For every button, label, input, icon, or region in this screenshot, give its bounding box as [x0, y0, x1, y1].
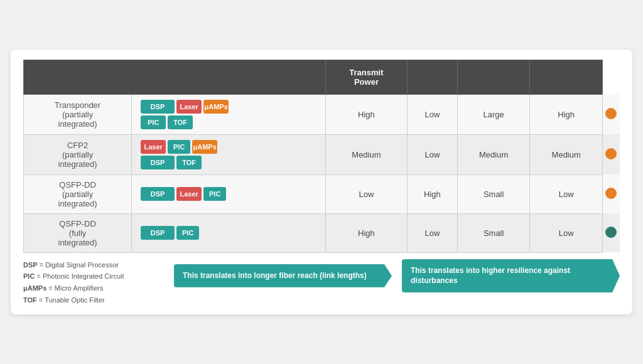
cell-transmit: High — [325, 94, 407, 134]
ff-block-laser: Laser — [141, 140, 166, 154]
header-form-factor — [24, 60, 326, 94]
cell-noise: Low — [407, 134, 457, 174]
row-label: QSFP-DD (fully integrated) — [24, 213, 132, 252]
legend-item: TOF = Tunable Optic Filter — [23, 294, 161, 306]
cell-transmit: Medium — [325, 134, 407, 174]
ff-block-pic: PIC — [168, 140, 190, 154]
row-label: Transponder (partially integrated) — [24, 94, 132, 134]
table-row: CFP2 (partially integrated)LaserPICμAMPs… — [24, 134, 620, 174]
header-cost — [530, 60, 603, 94]
ff-block-laser: Laser — [176, 100, 202, 114]
ff-block-amps: μAMPs — [192, 140, 217, 154]
indicator-dot — [603, 174, 620, 213]
cell-cost: High — [530, 94, 603, 134]
ff-block-pic: PIC — [141, 115, 166, 129]
cell-cost: Low — [530, 213, 603, 252]
ff-block-amps: μAMPs — [203, 100, 229, 114]
callout-box-0: This translates into longer fiber reach … — [174, 264, 392, 287]
cell-size: Large — [457, 94, 530, 134]
header-transmit-power: TransmitPower — [325, 60, 407, 94]
ff-block-dsp: DSP — [141, 226, 175, 240]
footer: DSP = Digital Signal ProcessorPIC = Phot… — [23, 259, 620, 306]
legend-item: μAMPs = Micro Amplifiers — [23, 282, 161, 294]
cell-size: Medium — [457, 134, 530, 174]
form-factor-cell: DSPLaserμAMPsPICTOF — [132, 94, 326, 134]
ff-block-pic: PIC — [176, 226, 199, 240]
ff-block-dsp: DSP — [141, 156, 175, 169]
row-label: QSFP-DD (partially integrated) — [24, 174, 132, 213]
callout-box-1: This translates into higher resilience a… — [402, 259, 620, 293]
table-row: Transponder (partially integrated)DSPLas… — [24, 94, 620, 134]
form-factor-cell: LaserPICμAMPsDSPTOF — [132, 134, 326, 174]
row-label: CFP2 (partially integrated) — [24, 134, 132, 174]
legend-item: PIC = Photonic Integrated Circuit — [23, 270, 161, 282]
legend: DSP = Digital Signal ProcessorPIC = Phot… — [23, 259, 161, 306]
cell-size: Small — [457, 174, 530, 213]
legend-item: DSP = Digital Signal Processor — [23, 259, 161, 271]
ff-block-laser: Laser — [176, 187, 202, 201]
cell-transmit: Low — [325, 174, 407, 213]
cell-noise: Low — [407, 94, 457, 134]
form-factor-cell: DSPLaserPIC — [132, 174, 326, 213]
cell-cost: Medium — [530, 134, 603, 174]
cell-size: Small — [457, 213, 530, 252]
cell-noise: High — [407, 174, 457, 213]
main-container: TransmitPower Transponder (partially int… — [11, 50, 632, 315]
table-row: QSFP-DD (partially integrated)DSPLaserPI… — [24, 174, 620, 213]
header-size — [457, 60, 530, 94]
indicator-dot — [603, 94, 620, 134]
ff-block-dsp: DSP — [141, 100, 175, 114]
indicator-dot — [603, 213, 620, 252]
form-factor-cell: DSPPIC — [132, 213, 326, 252]
header-noise — [407, 60, 457, 94]
ff-block-dsp: DSP — [141, 187, 175, 201]
cell-noise: Low — [407, 213, 457, 252]
cell-transmit: High — [325, 213, 407, 252]
indicator-dot — [603, 134, 620, 174]
ff-block-pic: PIC — [203, 187, 226, 201]
callouts: This translates into longer fiber reach … — [174, 259, 620, 293]
ff-block-tof: TOF — [176, 156, 202, 169]
comparison-table: TransmitPower Transponder (partially int… — [23, 60, 620, 253]
ff-block-tof: TOF — [168, 115, 193, 129]
table-row: QSFP-DD (fully integrated)DSPPICHighLowS… — [24, 213, 620, 252]
cell-cost: Low — [530, 174, 603, 213]
